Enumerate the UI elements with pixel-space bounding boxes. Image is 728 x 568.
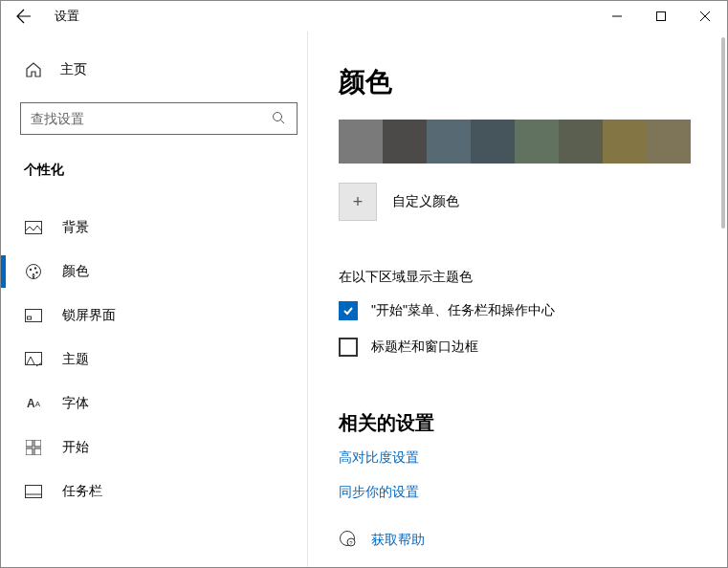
help-label: 获取帮助 [371,532,425,549]
sidebar-item-taskbar[interactable]: 任务栏 [20,470,307,513]
sidebar-item-start[interactable]: 开始 [20,426,307,470]
svg-point-1 [274,112,282,120]
svg-point-4 [30,269,32,271]
checkbox-titlebar[interactable] [339,338,358,357]
scrollbar[interactable] [721,37,725,229]
home-link[interactable]: 主页 [20,51,307,89]
content-area: 主页 个性化 背景 颜色 锁屏界面 主题 [1,32,727,567]
main-panel: 颜色 + 自定义颜色 在以下区域显示主题色 "开始"菜单、任务栏和操作中心 标题… [307,32,727,567]
window-title: 设置 [55,8,79,25]
titlebar: 设置 [1,1,727,32]
link-high-contrast[interactable]: 高对比度设置 [339,449,698,467]
color-swatch-1[interactable] [383,120,427,164]
svg-rect-15 [26,494,42,498]
color-swatch-5[interactable] [559,120,603,164]
fonts-icon: AA [24,397,43,410]
sidebar-item-background[interactable]: 背景 [20,206,307,250]
checkbox-row-start: "开始"菜单、任务栏和操作中心 [339,301,698,320]
maximize-icon [656,11,666,21]
custom-color-row: + 自定义颜色 [339,183,698,221]
sidebar-section-label: 个性化 [20,162,307,179]
minimize-button[interactable] [595,1,639,32]
link-sync-settings[interactable]: 同步你的设置 [339,484,698,501]
checkbox-start-taskbar[interactable] [339,301,358,320]
lockscreen-icon [24,309,43,322]
back-button[interactable] [9,1,39,32]
svg-rect-11 [34,440,41,447]
home-label: 主页 [60,61,87,78]
plus-icon: + [353,192,364,212]
accent-section-label: 在以下区域显示主题色 [339,269,698,286]
close-button[interactable] [683,1,727,32]
nav-label: 字体 [62,395,89,412]
svg-rect-8 [28,317,32,319]
page-heading: 颜色 [339,64,698,100]
search-icon [272,111,285,127]
close-icon [700,11,710,21]
themes-icon [24,352,43,367]
nav-label: 锁屏界面 [62,307,116,324]
checkbox-row-titlebar: 标题栏和窗口边框 [339,338,698,357]
checkbox-label: 标题栏和窗口边框 [371,339,478,356]
color-swatches [339,120,698,164]
picture-icon [24,221,43,234]
custom-color-label: 自定义颜色 [392,193,459,210]
svg-rect-12 [26,448,33,455]
svg-point-6 [35,272,37,273]
maximize-button[interactable] [639,1,683,32]
svg-rect-10 [26,440,33,447]
start-icon [24,440,43,455]
nav-label: 颜色 [62,263,89,280]
nav-label: 背景 [62,219,89,236]
search-box[interactable] [20,102,298,135]
sidebar-item-fonts[interactable]: AA 字体 [20,382,307,426]
related-settings-heading: 相关的设置 [339,410,698,436]
help-row[interactable]: ? 获取帮助 [339,530,698,551]
search-input[interactable] [31,111,287,126]
svg-rect-14 [26,486,42,498]
nav-label: 任务栏 [62,483,102,500]
sidebar: 主页 个性化 背景 颜色 锁屏界面 主题 [1,32,307,567]
help-icon: ? [339,530,356,551]
svg-rect-13 [34,448,41,455]
nav-list: 背景 颜色 锁屏界面 主题 AA 字体 开始 [20,206,307,513]
nav-label: 开始 [62,439,89,456]
custom-color-button[interactable]: + [339,183,377,221]
svg-point-5 [34,267,36,269]
minimize-icon [612,11,622,21]
nav-label: 主题 [62,351,89,368]
color-swatch-2[interactable] [427,120,471,164]
color-swatch-4[interactable] [515,120,559,164]
svg-point-3 [27,265,41,279]
svg-rect-7 [26,310,42,322]
svg-rect-0 [657,12,666,21]
sidebar-item-colors[interactable]: 颜色 [20,250,307,294]
check-icon [342,305,354,317]
checkbox-label: "开始"菜单、任务栏和操作中心 [371,302,555,319]
color-swatch-7[interactable] [647,120,691,164]
sidebar-item-themes[interactable]: 主题 [20,338,307,382]
color-swatch-0[interactable] [339,120,383,164]
color-swatch-6[interactable] [603,120,647,164]
palette-icon [24,263,43,280]
home-icon [24,61,43,78]
arrow-left-icon [16,9,32,24]
window-controls [595,1,727,32]
taskbar-icon [24,485,43,498]
sidebar-item-lockscreen[interactable]: 锁屏界面 [20,294,307,338]
color-swatch-3[interactable] [471,120,515,164]
